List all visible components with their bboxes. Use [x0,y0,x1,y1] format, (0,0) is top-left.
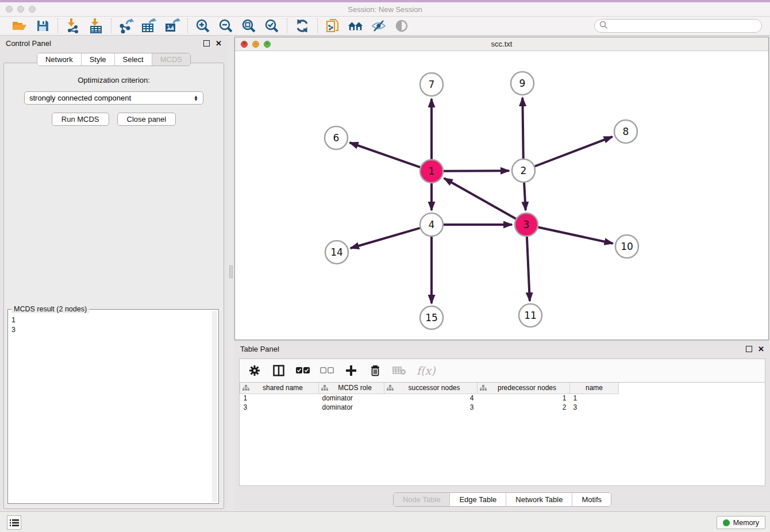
minimize-window-button[interactable] [17,6,24,13]
table-cell[interactable]: dominator [319,394,384,403]
delete-row-icon[interactable] [368,364,382,377]
zoom-out-icon[interactable] [218,18,234,33]
network-canvas[interactable]: 7968124314101511 [235,51,768,340]
close-panel-icon[interactable]: ✕ [215,39,222,48]
edge-2-8[interactable] [535,137,613,167]
tab-style[interactable]: Style [82,53,115,65]
result-scrollbar[interactable] [212,311,217,502]
close-window-button[interactable] [6,6,13,13]
float-panel-icon[interactable] [203,40,210,47]
node-11[interactable]: 11 [519,304,542,327]
column-header-successor-nodes[interactable]: successor nodes [384,383,478,394]
tab-network-table[interactable]: Network Table [506,493,572,506]
node-7[interactable]: 7 [420,73,443,96]
memory-button[interactable]: Memory [717,516,765,529]
float-table-panel-icon[interactable] [746,346,752,352]
columns-icon[interactable] [272,364,286,377]
node-14[interactable]: 14 [325,241,348,264]
column-header-shared-name[interactable]: shared name [240,383,319,394]
close-table-panel-icon[interactable]: ✕ [758,345,764,353]
edge-2-9[interactable] [522,98,523,159]
column-header-MCDS-role[interactable]: MCDS role [319,383,384,394]
run-mcds-button[interactable]: Run MCDS [52,113,109,126]
table-cell[interactable]: 4 [384,394,478,403]
search-input[interactable] [608,22,761,30]
zoom-selected-icon[interactable] [264,18,280,33]
save-session-icon[interactable] [34,18,51,33]
tab-mcds[interactable]: MCDS [152,53,190,65]
column-header-predecessor-nodes[interactable]: predecessor nodes [478,383,570,394]
node-8[interactable]: 8 [614,120,637,143]
deselect-checkboxes-icon[interactable] [320,364,334,377]
table-cell[interactable]: 3 [570,403,619,412]
zoom-window-button[interactable] [29,6,36,13]
zoom-in-icon[interactable] [195,18,211,33]
node-6[interactable]: 6 [325,126,348,149]
node-4[interactable]: 4 [420,213,443,236]
network-window-title: scc.txt [235,40,768,48]
table-cell[interactable]: 1 [570,394,619,403]
copy-network-icon[interactable] [325,18,341,33]
network-window-titlebar[interactable]: ✕ − + scc.txt [235,37,768,51]
export-table-icon[interactable] [141,18,157,33]
table-cell[interactable]: 2 [478,403,570,412]
select-all-checkboxes-icon[interactable] [296,364,310,377]
svg-text:4: 4 [429,219,435,230]
optimization-criterion-dropdown[interactable]: strongly connected component ▲▼ [24,91,203,105]
edge-3-11[interactable] [527,237,530,301]
toolbar-separator [187,18,188,33]
tab-node-table[interactable]: Node Table [394,493,451,506]
column-header-name[interactable]: name [570,383,619,394]
table-cell[interactable]: 3 [384,403,478,412]
import-table-icon[interactable] [88,18,104,33]
svg-text:8: 8 [623,126,629,137]
export-network-icon[interactable] [118,18,134,33]
edge-4-14[interactable] [351,228,420,248]
tab-edge-table[interactable]: Edge Table [450,493,506,506]
open-session-icon[interactable] [11,18,28,33]
node-10[interactable]: 10 [615,235,638,258]
tab-select[interactable]: Select [115,53,152,65]
edge-3-10[interactable] [538,227,613,243]
table-cell[interactable]: dominator [319,403,384,412]
mcds-result-text[interactable]: 1 3 [11,315,211,502]
zoom-fit-icon[interactable] [241,18,257,33]
settings-gear-icon[interactable] [248,364,261,377]
add-row-icon[interactable] [344,364,358,377]
table-row[interactable]: 1dominator411 [240,394,619,403]
edge-1-2[interactable] [444,171,509,171]
main-titlebar: Session: New Session [0,2,770,17]
close-panel-button[interactable]: Close panel [117,113,176,126]
tab-network[interactable]: Network [37,53,82,65]
node-1[interactable]: 1 [420,160,443,183]
table-cell[interactable]: 1 [240,394,319,403]
home-icon[interactable] [348,18,364,33]
tab-motifs[interactable]: Motifs [572,493,611,506]
export-image-icon[interactable] [164,18,180,33]
edge-3-1[interactable] [444,178,516,218]
hierarchy-icon [387,385,394,391]
node-15[interactable]: 15 [420,306,443,329]
node-9[interactable]: 9 [511,72,534,95]
table-panel-tabs: Node TableEdge TableNetwork TableMotifs [234,492,770,507]
search-area [594,19,762,33]
node-3[interactable]: 3 [515,213,538,236]
window-title: Session: New Session [0,5,770,14]
table-cell[interactable]: 3 [240,403,319,412]
svg-text:14: 14 [330,246,343,258]
node-table[interactable]: shared nameMCDS rolesuccessor nodesprede… [239,383,765,486]
import-network-icon[interactable] [65,18,81,33]
toolbar-separator [287,18,287,33]
edge-2-3[interactable] [524,183,526,210]
table-cell[interactable]: 1 [478,394,570,403]
task-history-button[interactable] [7,515,21,530]
control-panel-title: Control Panel [6,39,51,48]
eye-slash-icon[interactable] [371,18,387,33]
search-field[interactable] [594,19,762,33]
panel-splitter[interactable] [229,36,233,511]
svg-text:11: 11 [524,310,537,321]
edge-1-6[interactable] [350,142,421,167]
refresh-icon[interactable] [294,18,310,33]
node-2[interactable]: 2 [512,159,535,182]
table-row[interactable]: 3dominator323 [240,403,619,412]
